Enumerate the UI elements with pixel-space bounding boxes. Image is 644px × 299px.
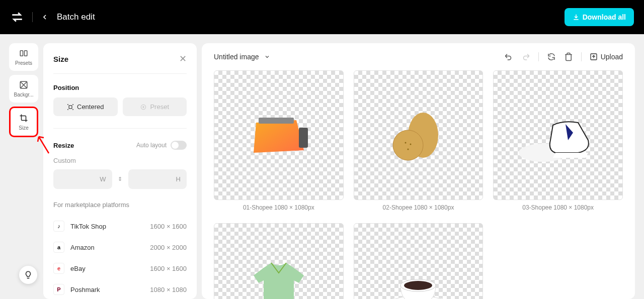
image-thumbnail[interactable] [354, 70, 484, 200]
redo-button[interactable] [521, 52, 530, 61]
image-caption: 01-Shopee 1080 × 1080px [214, 204, 344, 211]
size-panel: Size ✕ Position Centered Preset Resize A… [43, 43, 197, 299]
platform-item[interactable]: P Poshmark 1080 × 1080 [53, 279, 187, 299]
page-title: Batch edit [57, 12, 95, 22]
download-icon [573, 14, 580, 21]
custom-label: Custom [53, 157, 187, 164]
image-caption: 02-Shopee 1080 × 1080px [354, 204, 484, 211]
dimension-link-icon[interactable]: ⇕ [116, 175, 124, 183]
center-icon [67, 104, 74, 111]
platform-item[interactable]: a Amazon 2000 × 2000 [53, 237, 187, 258]
centered-label: Centered [77, 103, 104, 111]
nav-label-size: Size [19, 125, 28, 131]
platform-size: 1600 × 1600 [150, 265, 187, 272]
platform-item[interactable]: e eBay 1600 × 1600 [53, 258, 187, 279]
svg-rect-3 [69, 106, 72, 109]
platform-icon: e [53, 263, 64, 274]
nav-label-background: Backgr... [14, 92, 34, 97]
svg-point-18 [404, 281, 432, 290]
platform-name: Poshmark [70, 286, 144, 293]
header-divider [32, 12, 33, 22]
svg-rect-8 [299, 128, 308, 148]
platform-size: 2000 × 2000 [150, 244, 187, 251]
app-logo[interactable] [10, 10, 24, 24]
action-divider [538, 52, 539, 61]
nav-item-background[interactable]: Backgr... [9, 75, 38, 103]
upload-icon [590, 53, 598, 61]
upload-button[interactable]: Upload [590, 53, 623, 61]
download-all-button[interactable]: Download all [565, 8, 634, 26]
resize-section-label: Resize [53, 142, 74, 149]
svg-rect-1 [25, 51, 27, 56]
platform-size: 1600 × 1600 [150, 223, 187, 230]
help-button[interactable] [19, 266, 37, 284]
image-title-text: Untitled image [214, 53, 259, 61]
delete-button[interactable] [564, 52, 573, 61]
svg-point-11 [405, 142, 407, 143]
svg-point-10 [393, 130, 423, 160]
svg-rect-0 [20, 51, 23, 56]
svg-point-5 [143, 106, 144, 107]
image-card[interactable]: 02-Shopee 1080 × 1080px [354, 70, 484, 211]
position-section-label: Position [53, 84, 187, 91]
image-thumbnail[interactable] [493, 70, 623, 200]
position-centered-button[interactable]: Centered [53, 97, 118, 116]
platform-name: Amazon [70, 244, 144, 251]
image-card[interactable] [354, 223, 484, 299]
undo-button[interactable] [504, 52, 513, 61]
crop-icon [19, 113, 29, 123]
preset-position-icon [140, 104, 147, 111]
chevron-down-icon [264, 54, 270, 60]
svg-rect-7 [259, 118, 294, 124]
image-card[interactable] [214, 223, 344, 299]
back-button[interactable] [41, 13, 49, 21]
preset-label: Preset [150, 103, 169, 111]
platform-name: eBay [70, 265, 144, 272]
presets-icon [19, 48, 29, 58]
width-input[interactable]: W [53, 169, 112, 189]
height-input[interactable]: H [128, 169, 187, 189]
platform-icon: P [53, 284, 64, 295]
image-title-dropdown[interactable]: Untitled image [214, 53, 270, 61]
auto-layout-toggle[interactable] [171, 141, 187, 150]
refresh-button[interactable] [547, 52, 556, 61]
close-panel-button[interactable]: ✕ [179, 53, 187, 64]
image-thumbnail[interactable] [214, 70, 344, 200]
auto-layout-label: Auto layout [136, 142, 167, 149]
download-all-label: Download all [583, 13, 626, 21]
panel-title: Size [53, 55, 68, 63]
position-preset-button[interactable]: Preset [123, 97, 187, 116]
image-thumbnail[interactable] [354, 223, 484, 299]
platform-item[interactable]: ♪ TikTok Shop 1600 × 1600 [53, 216, 187, 237]
nav-item-size[interactable]: Size [9, 107, 38, 137]
upload-label: Upload [601, 53, 623, 61]
svg-point-13 [408, 148, 409, 150]
image-caption: 03-Shopee 1080 × 1080px [493, 204, 623, 211]
platforms-section-label: For marketplace platforms [53, 201, 187, 209]
platform-icon: ♪ [53, 221, 64, 232]
background-icon [19, 80, 29, 90]
action-divider [581, 52, 582, 61]
svg-point-12 [410, 143, 412, 145]
image-thumbnail[interactable] [214, 223, 344, 299]
lightbulb-icon [24, 270, 33, 279]
image-card[interactable]: 03-Shopee 1080 × 1080px [493, 70, 623, 211]
nav-item-presets[interactable]: Presets [9, 43, 38, 71]
platform-name: TikTok Shop [70, 223, 144, 230]
platform-size: 1080 × 1080 [150, 286, 187, 293]
nav-label-presets: Presets [15, 60, 32, 66]
content-area: Untitled image [202, 43, 635, 299]
platform-icon: a [53, 242, 64, 253]
image-card[interactable]: 01-Shopee 1080 × 1080px [214, 70, 344, 211]
